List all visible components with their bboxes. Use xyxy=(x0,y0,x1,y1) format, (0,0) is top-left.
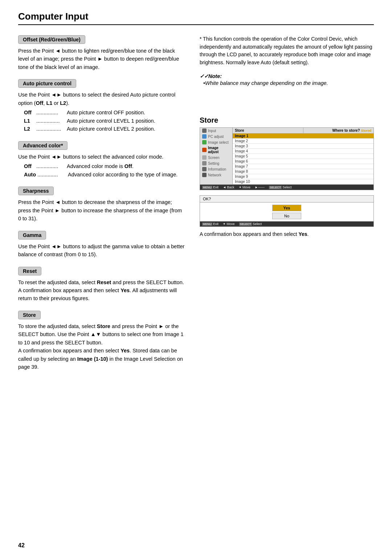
auto-off-dots: ............... xyxy=(36,109,65,116)
reset-body: To reset the adjusted data, select Reset… xyxy=(18,278,185,303)
auto-l2-item: L2 ................. Auto picture contro… xyxy=(18,125,185,133)
bottom-dashes: ►------ xyxy=(255,185,265,189)
setting-icon xyxy=(202,161,207,165)
bottom-select: SELECT Select xyxy=(269,185,292,189)
menu-item-setting-label: Setting xyxy=(208,162,219,165)
menu-item-screen-label: Screen xyxy=(208,156,220,160)
pc-icon xyxy=(202,134,207,139)
auto-l2-key: L2 xyxy=(24,125,35,133)
store-label: Store xyxy=(18,311,41,319)
menu-item-input: Input xyxy=(200,128,232,134)
network-icon xyxy=(202,173,207,177)
store-diagram-area: Store Input PC adjust xyxy=(200,116,374,238)
confirm-no-button[interactable]: No xyxy=(272,213,301,219)
image-item-2[interactable]: Image 2 xyxy=(233,139,373,144)
store-heading: Store xyxy=(200,116,374,124)
gamma-body: Use the Point ◄► buttons to adjust the g… xyxy=(18,242,185,259)
bottom-menu-exit: MENU Exit xyxy=(202,185,219,189)
adv-off-dots: ............... xyxy=(36,162,65,170)
store-screenshot: Input PC adjust Image select xyxy=(200,127,374,190)
section-offset: Offset (Red/Green/Blue) Press the Point … xyxy=(18,35,185,71)
advanced-color-body: Use the Point ◄► buttons to select the a… xyxy=(18,153,185,179)
bottom-back: ◄ Back xyxy=(223,185,234,189)
note-section: ✓✓Note: •White balance may change depend… xyxy=(200,73,374,87)
menu-item-screen: Screen xyxy=(200,155,232,160)
image-item-7[interactable]: Image 7 xyxy=(233,164,373,169)
store-menu: Input PC adjust Image select xyxy=(200,128,233,184)
adv-off-key: Off xyxy=(24,162,35,170)
input-icon xyxy=(202,128,207,133)
menu-item-pcadjust: PC adjust xyxy=(200,134,232,139)
adv-auto-item: Auto .............. Advanced color accor… xyxy=(18,171,185,179)
right-column: * This function controls the operation o… xyxy=(200,35,374,379)
menu-item-input-label: Input xyxy=(208,129,216,133)
auto-l1-key: L1 xyxy=(24,117,35,125)
sharpness-body: Press the Point ◄ button to decrease the… xyxy=(18,198,185,222)
image-item-9[interactable]: Image 9 xyxy=(233,174,373,179)
image-item-3[interactable]: Image 3 xyxy=(233,144,373,149)
imageselect-icon xyxy=(202,140,207,144)
menu-item-information-label: Information xyxy=(208,167,226,171)
info-icon xyxy=(202,167,207,171)
auto-off-item: Off ............... Auto picture control… xyxy=(18,109,185,116)
sharpness-text: Press the Point ◄ button to decrease the… xyxy=(18,198,185,222)
image-item-6[interactable]: Image 6 xyxy=(233,159,373,164)
col-header-where: Where to store? Stored xyxy=(303,128,374,133)
menu-item-imageadjust: Image adjust xyxy=(200,145,232,155)
gamma-text: Use the Point ◄► buttons to adjust the g… xyxy=(18,242,185,259)
reset-label: Reset xyxy=(18,267,41,275)
advanced-color-label: Advanced color* xyxy=(18,141,68,150)
confirm-yes-button[interactable]: Yes xyxy=(272,205,301,211)
menu-item-information: Information xyxy=(200,166,232,172)
image-item-8[interactable]: Image 8 xyxy=(233,169,373,174)
page-container: Computer Input Offset (Red/Green/Blue) P… xyxy=(0,0,392,394)
main-content: Offset (Red/Green/Blue) Press the Point … xyxy=(18,35,374,379)
auto-l2-desc: Auto picture control LEVEL 2 position. xyxy=(67,125,155,133)
image-item-4[interactable]: Image 4 xyxy=(233,149,373,154)
menu-item-setting: Setting xyxy=(200,160,232,166)
note-checkmark: ✓ xyxy=(200,73,204,79)
note-text: •White balance may change depending on t… xyxy=(203,79,374,87)
image-item-1[interactable]: Image 1 xyxy=(233,134,373,139)
confirm-box: OK? Yes No MENU Exit ✦ Move SELECT Selec… xyxy=(200,195,374,227)
adv-off-desc: Advanced color mode is Off. xyxy=(67,162,134,170)
auto-picture-label: Auto picture control xyxy=(18,79,76,88)
offset-body: Press the Point ◄ button to lighten red/… xyxy=(18,47,185,71)
confirm-bottom-bar: MENU Exit ✦ Move SELECT Select xyxy=(200,221,373,226)
menu-item-pcadjust-label: PC adjust xyxy=(208,135,224,139)
gamma-label: Gamma xyxy=(18,231,46,240)
page-title: Computer Input xyxy=(18,11,374,25)
confirm-select: SELECT Select xyxy=(239,222,262,226)
menu-item-network: Network xyxy=(200,172,232,178)
store-screenshot-top: Input PC adjust Image select xyxy=(200,128,373,185)
store-text: To store the adjusted data, select Store… xyxy=(18,322,185,371)
note-body: •White balance may change depending on t… xyxy=(200,79,374,87)
auto-l2-dots: ................. xyxy=(36,125,65,133)
confirm-note-text: A confirmation box appears and then sele… xyxy=(200,230,374,238)
adv-auto-dots: .............. xyxy=(37,171,66,179)
asterisk-text: * This function controls the operation o… xyxy=(200,35,374,67)
page-number: 42 xyxy=(18,542,25,549)
adv-off-item: Off ............... Advanced color mode … xyxy=(18,162,185,170)
confirm-menu-exit: MENU Exit xyxy=(202,222,219,226)
note-label: ✓Note: xyxy=(204,73,222,79)
auto-l1-dots: ................ xyxy=(36,117,65,125)
confirm-move: ✦ Move xyxy=(223,222,235,226)
reset-text: To reset the adjusted data, select Reset… xyxy=(18,278,185,303)
offset-label: Offset (Red/Green/Blue) xyxy=(18,35,85,44)
store-bottom-bar: MENU Exit ◄ Back ✦ Move ►------ SELECT S… xyxy=(200,185,373,190)
confirm-box-body: Yes No xyxy=(200,203,373,221)
sharpness-label: Sharpness xyxy=(18,187,54,195)
note-title: ✓✓Note: xyxy=(200,73,374,79)
asterisk-note: * This function controls the operation o… xyxy=(200,35,374,67)
section-advanced-color: Advanced color* Use the Point ◄► buttons… xyxy=(18,141,185,179)
section-store: Store To store the adjusted data, select… xyxy=(18,311,185,371)
image-item-10[interactable]: Image 10 xyxy=(233,179,373,184)
image-item-5[interactable]: Image 5 xyxy=(233,154,373,159)
adv-auto-desc: Advanced color according to the type of … xyxy=(68,171,177,179)
images-panel: Store Where to store? Stored Image 1 Ima… xyxy=(233,128,373,184)
advanced-color-intro: Use the Point ◄► buttons to select the a… xyxy=(18,153,185,161)
menu-item-network-label: Network xyxy=(208,173,221,177)
auto-picture-body: Use the Point ◄► buttons to select the d… xyxy=(18,91,185,133)
screen-icon xyxy=(202,155,207,160)
